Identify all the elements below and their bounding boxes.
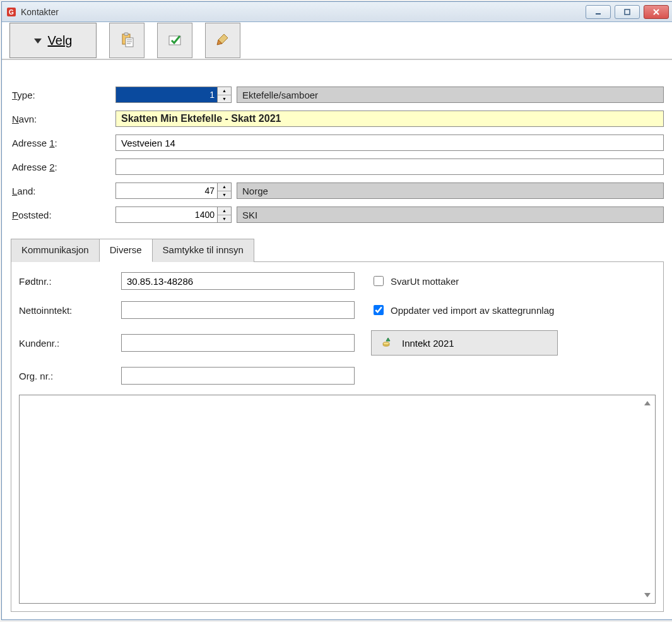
dropdown-icon: [34, 33, 42, 48]
land-input[interactable]: [115, 182, 218, 199]
maximize-button[interactable]: [615, 5, 640, 19]
type-label: Type:: [11, 90, 112, 100]
type-spinner[interactable]: ▲ ▼: [115, 87, 233, 103]
svg-text:G: G: [9, 9, 14, 16]
adresse2-label: Adresse 2:: [11, 162, 112, 172]
clipboard-icon: [119, 32, 134, 49]
adresse1-label: Adresse 1:: [11, 138, 112, 148]
svg-marker-12: [644, 593, 651, 597]
orgnr-input[interactable]: [121, 367, 355, 385]
svg-rect-3: [625, 9, 630, 15]
poststed-spin-up[interactable]: ▲: [218, 207, 231, 215]
minimize-button[interactable]: [586, 5, 611, 19]
type-input[interactable]: [115, 87, 218, 103]
nettoinntekt-input[interactable]: [121, 301, 355, 319]
clear-button[interactable]: [205, 23, 240, 58]
poststed-input[interactable]: [115, 206, 218, 223]
land-spinner[interactable]: ▲ ▼: [115, 182, 233, 199]
oppdater-checkbox-row: Oppdater ved import av skattegrunnlag: [371, 303, 656, 317]
type-description: Ektefelle/samboer: [237, 87, 664, 103]
tab-diverse[interactable]: Diverse: [99, 239, 153, 262]
toolbar: Velg: [2, 22, 672, 60]
nettoinntekt-label: Nettoinntekt:: [19, 305, 121, 316]
svg-rect-6: [124, 33, 128, 35]
svarut-checkbox[interactable]: [374, 276, 384, 286]
fodtnr-input[interactable]: [121, 272, 355, 290]
tab-samtykke[interactable]: Samtykke til innsyn: [152, 239, 254, 262]
orgnr-label: Org. nr.:: [19, 371, 121, 381]
kundenr-input[interactable]: [121, 334, 355, 352]
land-label: Land:: [11, 186, 112, 196]
land-spin-up[interactable]: ▲: [218, 183, 231, 191]
svg-marker-11: [644, 401, 651, 405]
kundenr-label: Kundenr.:: [19, 338, 121, 349]
tabbar: Kommunikasjon Diverse Samtykke til innsy…: [11, 238, 664, 262]
window: G Kontakter Velg: [1, 1, 672, 620]
svg-marker-4: [34, 39, 42, 44]
adresse2-input[interactable]: [115, 158, 664, 175]
type-spin-down[interactable]: ▼: [218, 95, 231, 103]
coins-icon: [382, 337, 393, 350]
navn-label: Navn:: [11, 114, 112, 124]
notes-textarea[interactable]: [19, 395, 656, 604]
window-title: Kontakter: [21, 7, 59, 17]
poststed-spin-down[interactable]: ▼: [218, 215, 231, 223]
scroll-up-icon[interactable]: [644, 399, 652, 408]
type-spin-up[interactable]: ▲: [218, 87, 231, 95]
oppdater-label: Oppdater ved import av skattegrunnlag: [391, 305, 554, 316]
scroll-down-icon[interactable]: [644, 590, 652, 599]
svarut-checkbox-row: SvarUt mottaker: [371, 274, 656, 288]
fodtnr-label: Fødtnr.:: [19, 276, 121, 287]
land-description: Norge: [237, 182, 664, 199]
check-button[interactable]: [157, 23, 192, 58]
inntekt-button[interactable]: Inntekt 2021: [371, 330, 558, 356]
poststed-spinner[interactable]: ▲ ▼: [115, 206, 233, 223]
app-icon: G: [6, 6, 17, 18]
poststed-description: SKI: [237, 206, 664, 223]
diverse-panel: Fødtnr.: SvarUt mottaker Nettoinntekt: O…: [11, 262, 664, 612]
navn-field[interactable]: Skatten Min Ektefelle - Skatt 2021: [115, 111, 664, 127]
titlebar: G Kontakter: [2, 2, 672, 22]
svg-rect-2: [596, 13, 601, 15]
svg-rect-7: [126, 38, 133, 47]
svarut-label: SvarUt mottaker: [391, 276, 459, 287]
paste-button[interactable]: [109, 23, 144, 58]
poststed-label: Poststed:: [11, 210, 112, 220]
adresse1-input[interactable]: [115, 135, 664, 151]
svg-point-10: [383, 342, 389, 344]
land-spin-down[interactable]: ▼: [218, 191, 231, 199]
close-button[interactable]: [644, 5, 669, 19]
brush-icon: [215, 32, 230, 49]
oppdater-checkbox[interactable]: [374, 305, 384, 315]
tab-kommunikasjon[interactable]: Kommunikasjon: [11, 239, 100, 262]
checkmark-icon: [167, 32, 182, 49]
velg-button[interactable]: Velg: [9, 23, 97, 58]
